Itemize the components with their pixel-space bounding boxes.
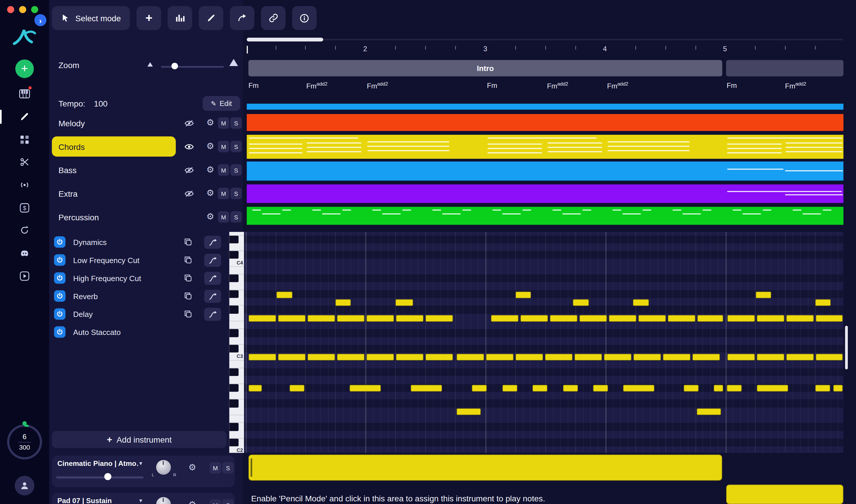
midi-note[interactable] (609, 315, 637, 322)
instrument-card-1[interactable]: Cinematic Piano | Atmo…▾LR⚙MS (52, 456, 235, 487)
lane-percussion[interactable] (247, 207, 843, 225)
midi-note[interactable] (337, 315, 365, 322)
midi-note[interactable] (815, 299, 831, 306)
instrument-card-2[interactable]: Pad 07 | Sustain▾LR⚙MS (52, 493, 235, 504)
midi-note[interactable] (563, 385, 578, 392)
midi-note[interactable] (502, 385, 518, 392)
section-header[interactable] (726, 60, 843, 76)
gear-icon[interactable]: ⚙ (188, 463, 196, 472)
horizontal-scrollbar-track[interactable] (247, 39, 843, 40)
copy-icon[interactable] (184, 256, 192, 264)
midi-note[interactable] (349, 385, 381, 392)
credits-gauge[interactable]: 6 300 (7, 425, 42, 460)
chevron-down-icon[interactable]: ▾ (139, 460, 142, 467)
effect-row-high-frequency-cut[interactable]: High Frequency Cut (52, 269, 243, 287)
clip-resize-handle[interactable] (251, 458, 252, 477)
black-key[interactable] (229, 384, 239, 392)
mute-button[interactable]: M (218, 164, 229, 176)
gear-icon[interactable]: ⚙ (206, 189, 214, 198)
track-row-percussion[interactable]: Percussion⚙MS (52, 205, 243, 229)
zoom-in-icon[interactable] (229, 59, 238, 66)
playhead-marker[interactable] (247, 46, 248, 54)
midi-note[interactable] (633, 354, 661, 361)
pan-knob[interactable] (156, 497, 171, 504)
piano-roll-grid[interactable] (244, 232, 843, 453)
create-button[interactable]: + (15, 59, 34, 78)
midi-note[interactable] (491, 315, 519, 322)
black-key[interactable] (229, 439, 239, 447)
power-toggle[interactable] (54, 290, 66, 302)
midi-note[interactable] (755, 291, 771, 298)
add-button[interactable]: + (137, 6, 161, 30)
instrument-clip-1[interactable] (248, 454, 722, 481)
rail-item-dollar[interactable]: $ (15, 198, 35, 218)
instrument-name[interactable]: Pad 07 | Sustain (57, 497, 112, 504)
track-row-chords[interactable]: Chords⚙MS (52, 135, 243, 158)
midi-note[interactable] (786, 315, 814, 322)
midi-note[interactable] (516, 354, 543, 361)
midi-note[interactable] (278, 354, 306, 361)
automation-curve-button[interactable] (204, 236, 221, 249)
midi-note[interactable] (697, 315, 723, 322)
midi-note[interactable] (697, 408, 721, 415)
track-row-extra[interactable]: Extra⚙MS (52, 182, 243, 205)
mute-button[interactable]: M (218, 188, 229, 199)
power-toggle[interactable] (54, 326, 66, 338)
rail-item-scissors[interactable] (15, 152, 35, 172)
midi-note[interactable] (335, 299, 351, 306)
rail-item-blocks[interactable] (15, 130, 35, 149)
rail-item-piano[interactable] (15, 84, 35, 104)
info-button[interactable] (292, 6, 317, 30)
power-toggle[interactable] (54, 254, 66, 266)
midi-note[interactable] (516, 291, 531, 298)
copy-icon[interactable] (184, 310, 192, 318)
midi-note[interactable] (727, 385, 742, 392)
automation-curve-button[interactable] (204, 254, 221, 267)
account-button[interactable] (15, 476, 35, 496)
gear-icon[interactable]: ⚙ (206, 119, 214, 127)
histogram-button[interactable] (168, 6, 192, 30)
eye-off-icon[interactable] (185, 166, 194, 174)
power-toggle[interactable] (54, 236, 66, 248)
section-header-intro[interactable]: Intro (248, 60, 722, 76)
midi-note[interactable] (816, 354, 843, 361)
black-key[interactable] (229, 399, 239, 408)
gear-icon[interactable]: ⚙ (206, 142, 214, 151)
select-mode-button[interactable]: Select mode (52, 6, 130, 30)
midi-note[interactable] (573, 299, 589, 306)
lane-melody[interactable] (247, 114, 843, 131)
midi-note[interactable] (757, 385, 788, 392)
rail-item-discord[interactable] (15, 243, 35, 263)
midi-note[interactable] (623, 385, 654, 392)
lane-extra[interactable] (247, 184, 843, 203)
lane-chords[interactable] (247, 135, 843, 159)
midi-note[interactable] (276, 291, 293, 298)
solo-button[interactable]: S (230, 211, 242, 222)
midi-note[interactable] (593, 385, 608, 392)
solo-button[interactable]: S (230, 141, 242, 152)
midi-note[interactable] (308, 315, 335, 322)
rail-item-play[interactable] (15, 266, 35, 286)
midi-note[interactable] (727, 315, 755, 322)
midi-note[interactable] (278, 315, 306, 322)
midi-note[interactable] (668, 315, 696, 322)
midi-note[interactable] (456, 354, 485, 361)
automation-curve-button[interactable] (204, 308, 221, 321)
midi-note[interactable] (248, 354, 276, 361)
eye-icon[interactable] (185, 143, 194, 150)
track-row-melody[interactable]: Melody⚙MS (52, 111, 243, 135)
volume-slider-knob[interactable] (104, 473, 111, 480)
copy-icon[interactable] (184, 274, 192, 282)
solo-button[interactable]: S (230, 164, 242, 176)
copy-icon[interactable] (184, 238, 192, 246)
midi-note[interactable] (410, 385, 442, 392)
midi-note[interactable] (574, 354, 602, 361)
midi-note[interactable] (833, 385, 843, 392)
maximize-button[interactable] (31, 6, 38, 13)
automation-curve-button[interactable] (204, 290, 221, 303)
midi-note[interactable] (425, 315, 453, 322)
midi-note[interactable] (486, 354, 514, 361)
midi-note[interactable] (290, 385, 305, 392)
black-key[interactable] (229, 345, 239, 353)
instrument-clip-2[interactable] (726, 485, 843, 504)
